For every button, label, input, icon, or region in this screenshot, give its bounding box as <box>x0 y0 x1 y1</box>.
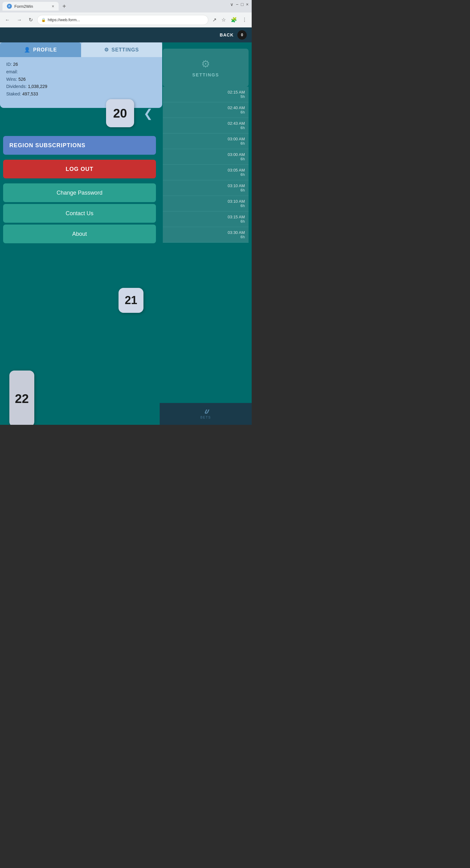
contact-us-button[interactable]: Contact Us <box>3 204 156 223</box>
duration-value: 6h <box>241 235 245 239</box>
duration-value: 6h <box>241 141 245 146</box>
time-item: 03:00 AM 6h <box>163 149 249 165</box>
staked-label: Staked: <box>6 90 21 98</box>
about-button[interactable]: About <box>3 224 156 243</box>
profile-icon: 👤 <box>24 47 31 53</box>
badge-21: 21 <box>119 288 144 313</box>
dividends-value: 1,038,229 <box>28 83 47 90</box>
back-button[interactable]: ← <box>2 15 12 25</box>
new-tab-button[interactable]: + <box>60 2 69 11</box>
id-label: ID: <box>6 61 12 68</box>
forward-button[interactable]: → <box>14 15 24 25</box>
logout-button[interactable]: LOG OUT <box>3 160 156 178</box>
ubets-label: BETS <box>200 416 211 419</box>
time-item: 03:15 AM 6h <box>163 212 249 227</box>
back-nav-button[interactable]: BACK <box>220 32 233 37</box>
refresh-button[interactable]: ↻ <box>26 15 35 25</box>
time-item: 02:40 AM 6h <box>163 102 249 118</box>
address-text: https://web.form... <box>48 18 80 22</box>
settings-tab[interactable]: ⚙ SETTINGS <box>81 42 162 57</box>
browser-actions: ↗ ☆ 🧩 ⋮ <box>210 15 249 24</box>
badge-22: 22 <box>9 371 34 425</box>
id-value: 26 <box>13 61 18 68</box>
bottom-bar: 𝙐 BETS <box>160 403 252 425</box>
change-password-button[interactable]: Change Password <box>3 183 156 202</box>
time-value: 03:10 AM <box>228 199 245 204</box>
share-button[interactable]: ↗ <box>210 15 219 24</box>
time-value: 03:30 AM <box>228 230 245 235</box>
top-navigation: BACK 0 <box>0 27 252 42</box>
settings-card-label: SETTINGS <box>192 72 219 78</box>
time-value: 03:00 AM <box>228 152 245 157</box>
duration-value: 6h <box>241 188 245 192</box>
window-close-button[interactable]: × <box>246 2 249 7</box>
email-label: email: <box>6 68 18 76</box>
time-value: 02:43 AM <box>228 121 245 126</box>
notification-badge: 0 <box>237 30 247 40</box>
menu-button[interactable]: ⋮ <box>240 15 249 24</box>
staked-value: 497,533 <box>22 90 38 98</box>
time-value: 03:05 AM <box>228 168 245 173</box>
settings-card[interactable]: ⚙ SETTINGS <box>163 49 249 87</box>
tab-title: Form2Win <box>14 4 33 9</box>
time-item: 03:10 AM 6h <box>163 196 249 212</box>
time-item: 03:05 AM 6h <box>163 165 249 180</box>
settings-gear-icon: ⚙ <box>201 58 210 70</box>
duration-value: 6h <box>241 219 245 224</box>
duration-value: 6h <box>241 126 245 130</box>
time-value: 02:15 AM <box>228 90 245 94</box>
settings-icon: ⚙ <box>104 47 109 53</box>
time-list: 02:15 AM 5h 02:40 AM 6h 02:43 AM 6h 03:0… <box>163 87 249 243</box>
browser-tab[interactable]: F Form2Win × <box>2 2 59 10</box>
app-container: BACK 0 👤 PROFILE ⚙ SETTINGS ID: 26 email… <box>0 27 252 425</box>
time-item: 03:10 AM 6h <box>163 180 249 196</box>
wins-label: Wins: <box>6 76 17 83</box>
badge-20: 20 <box>106 99 134 127</box>
duration-value: 6h <box>241 110 245 115</box>
address-input[interactable]: 🔒 https://web.form... <box>37 15 208 25</box>
tab-close-button[interactable]: × <box>52 4 54 8</box>
wins-value: 526 <box>19 76 26 83</box>
tab-favicon: F <box>7 4 12 9</box>
lock-icon: 🔒 <box>41 18 46 22</box>
time-value: 03:15 AM <box>228 215 245 219</box>
duration-value: 5h <box>241 94 245 99</box>
profile-panel: 👤 PROFILE ⚙ SETTINGS ID: 26 email: Wins:… <box>0 42 162 108</box>
profile-tab[interactable]: 👤 PROFILE <box>0 42 81 57</box>
duration-value: 6h <box>241 204 245 208</box>
time-value: 02:40 AM <box>228 105 245 110</box>
dividends-label: Dividends: <box>6 83 27 90</box>
profile-info: ID: 26 email: Wins: 526 Dividends: 1,038… <box>0 57 162 102</box>
ubets-logo: 𝙐 <box>204 409 208 415</box>
time-item: 03:30 AM 6h <box>163 227 249 243</box>
time-value: 03:00 AM <box>228 136 245 141</box>
window-maximize-button[interactable]: □ <box>241 2 243 7</box>
address-bar-row: ← → ↻ 🔒 https://web.form... ↗ ☆ 🧩 ⋮ <box>0 12 252 27</box>
duration-value: 6h <box>241 157 245 161</box>
window-collapse-button[interactable]: ∨ <box>230 2 233 7</box>
window-minimize-button[interactable]: − <box>236 2 238 7</box>
time-item: 03:00 AM 6h <box>163 133 249 149</box>
profile-tabs: 👤 PROFILE ⚙ SETTINGS <box>0 42 162 57</box>
region-subscriptions-button[interactable]: REGION SUBSCRIPTIONS <box>3 136 156 155</box>
bookmark-button[interactable]: ☆ <box>219 15 228 24</box>
chevron-back-button[interactable]: ❮ <box>144 107 153 120</box>
time-item: 02:43 AM 6h <box>163 118 249 133</box>
time-value: 03:10 AM <box>228 183 245 188</box>
time-item: 02:15 AM 5h <box>163 87 249 102</box>
right-panel: ⚙ SETTINGS 02:15 AM 5h 02:40 AM 6h 02:43… <box>160 42 252 243</box>
extensions-button[interactable]: 🧩 <box>229 15 239 24</box>
duration-value: 6h <box>241 173 245 177</box>
